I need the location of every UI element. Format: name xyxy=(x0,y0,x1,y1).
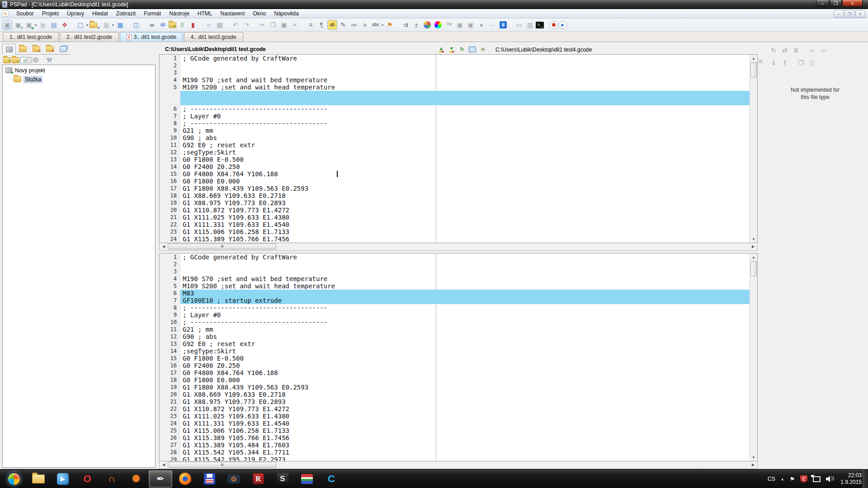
folder-remove-gray-icon[interactable]: ▱ xyxy=(819,46,829,55)
split-lines-icon[interactable]: ± xyxy=(411,20,421,30)
media-player-icon[interactable]: ▶ xyxy=(51,470,75,488)
code-text[interactable]: G1 X115.389 Y105.766 E1.7456 xyxy=(180,434,750,441)
diff-pane-top[interactable]: 1; GCode generated by CraftWare234M190 S… xyxy=(159,54,758,243)
add-folder-icon[interactable]: + xyxy=(3,57,11,63)
code-text[interactable]: G90 ; abs xyxy=(180,134,750,141)
minimize-button[interactable]: – xyxy=(816,0,829,7)
trademark-icon[interactable]: ™ xyxy=(444,20,454,30)
tree-item-folder[interactable]: ···· Složka xyxy=(3,75,155,83)
code-text[interactable]: G0 F2400 Z0.250 xyxy=(180,362,750,369)
redo-icon[interactable]: ↷ xyxy=(241,20,251,30)
code-text[interactable]: G0 F1800 E-0.500 xyxy=(180,156,750,163)
code-text[interactable]: G92 E0 ; reset extr xyxy=(180,340,750,347)
code-text[interactable]: G1 X111.025 Y109.633 E1.4380 xyxy=(180,413,750,420)
code-text[interactable] xyxy=(180,91,750,98)
log-window-icon[interactable]: ▤ xyxy=(49,20,59,30)
show-desktop-button[interactable] xyxy=(863,469,868,488)
pspad-taskbar-icon[interactable]: ✒ xyxy=(149,470,172,488)
code-text[interactable]: ; GCode generated by CraftWare xyxy=(180,253,750,261)
firefox-icon[interactable] xyxy=(173,470,197,488)
document-tab[interactable]: 2.. dil1 test2.gcode xyxy=(60,32,119,42)
merge-gray-icon[interactable]: ⇄ xyxy=(780,46,790,55)
sidebar-tab-project[interactable] xyxy=(2,44,16,55)
refresh-gray-icon[interactable]: ↻ xyxy=(769,46,778,55)
menu-item-nástroje[interactable]: Nástroje xyxy=(165,9,193,18)
code-text[interactable]: G1 X88.669 Y109.633 E0.2718 xyxy=(180,391,750,398)
document-tab[interactable]: 4.. dil1 test3.gcode xyxy=(184,32,243,42)
c-app-icon[interactable]: C xyxy=(320,470,343,488)
prev-difference-icon[interactable]: ▲ xyxy=(437,45,446,53)
help-book-icon[interactable]: ▮ xyxy=(188,20,198,30)
code-text[interactable]: G0 F1800 E0.000 xyxy=(180,178,750,185)
code-text[interactable]: ; ------------------------------------ xyxy=(180,319,750,326)
code-text[interactable]: ;segType:Skirt xyxy=(180,149,750,156)
start-button[interactable] xyxy=(2,470,26,488)
horizontal-scrollbar[interactable]: ◀ ▶ xyxy=(159,461,758,469)
menu-item-úpravy[interactable]: Úpravy xyxy=(63,9,88,18)
project-add-icon[interactable]: ▣+ xyxy=(13,20,23,30)
sidebar-tab-explorer[interactable] xyxy=(29,44,43,55)
close-button[interactable]: × xyxy=(842,0,863,7)
remove-folder-icon[interactable]: − xyxy=(12,57,19,63)
menu-item-formát[interactable]: Formát xyxy=(140,9,165,18)
volume-icon[interactable]: )) xyxy=(826,476,834,482)
code-text[interactable] xyxy=(180,98,750,105)
play-macro-icon[interactable]: ▶ xyxy=(559,21,567,29)
scroll-up-arrow[interactable]: ▲ xyxy=(750,253,757,261)
menu-item-soubor[interactable]: Soubor xyxy=(12,9,38,18)
code-text[interactable]: G0 F4800 X84.764 Y106.188 xyxy=(180,369,750,376)
macro-icon[interactable]: ● xyxy=(476,20,486,30)
code-text[interactable]: G1 X111.331 Y109.633 E1.4540 xyxy=(180,420,750,427)
code-text[interactable]: G1 X111.025 Y109.633 E1.4380 xyxy=(180,214,750,221)
blender-icon[interactable]: ⊙ xyxy=(222,470,245,488)
menu-item-html[interactable]: HTML xyxy=(193,9,217,18)
scrollbar-thumb[interactable] xyxy=(168,462,276,468)
tree-item-project[interactable]: Nový projekt xyxy=(3,66,155,74)
split-view-icon[interactable] xyxy=(468,45,477,53)
code-text[interactable]: G0 F1800 E-0.500 xyxy=(180,355,750,362)
find-icon[interactable]: ∞ xyxy=(147,20,157,30)
scrollbar-thumb[interactable] xyxy=(750,62,757,78)
document-tab[interactable]: I3.. dil1 test.gcode xyxy=(120,32,183,42)
date-stamp-icon[interactable]: ▣ xyxy=(455,20,465,30)
code-text[interactable]: ; Layer #0 xyxy=(180,311,750,319)
format-pen-icon[interactable]: ✎ xyxy=(338,20,348,30)
scroll-left-arrow[interactable]: ◀ xyxy=(160,461,167,468)
project-tree[interactable]: Nový projekt ···· Složka xyxy=(2,65,156,468)
next-difference-icon[interactable]: ▼ xyxy=(447,45,456,53)
scroll-down-arrow[interactable]: ▼ xyxy=(750,454,757,461)
doc-up-gray-icon[interactable]: ⇑ xyxy=(780,58,790,67)
document-tab[interactable]: 1.. dil1 test.gcode xyxy=(3,32,59,42)
diff-pane-bottom[interactable]: 1; GCode generated by CraftWare234M190 S… xyxy=(159,253,758,461)
action-center-flag-icon[interactable]: ⚑ xyxy=(790,476,795,483)
hidden-icons-arrow[interactable]: ▲ xyxy=(781,477,784,481)
mdi-restore-button[interactable]: ❐ xyxy=(844,10,854,18)
line-format-icon[interactable]: ≡ xyxy=(306,20,316,30)
opera-icon[interactable]: O xyxy=(75,470,99,488)
print-icon[interactable]: ▤ xyxy=(215,20,225,30)
info-gray-icon[interactable] xyxy=(33,57,38,63)
code-text[interactable]: G1 F1800 X88.439 Y109.563 E0.2593 xyxy=(180,384,750,391)
code-text[interactable]: G1 F1800 X88.439 Y109.563 E0.2593 xyxy=(180,185,750,192)
code-text[interactable] xyxy=(180,62,750,69)
code-text[interactable]: G1 X111.331 Y109.633 E1.4540 xyxy=(180,221,750,228)
scroll-right-arrow[interactable]: ▶ xyxy=(750,243,757,250)
code-text[interactable] xyxy=(180,69,750,76)
floppy-app-icon[interactable] xyxy=(198,470,221,488)
horizontal-scrollbar[interactable]: ◀ ▶ xyxy=(159,243,758,251)
sidebar-tab-favorites[interactable] xyxy=(43,44,57,55)
time-stamp-icon[interactable]: ▣ xyxy=(466,20,476,30)
scroll-left-arrow[interactable]: ◀ xyxy=(160,243,167,250)
code-text[interactable]: ;segType:Skirt xyxy=(180,347,750,355)
code-text[interactable]: G1 X115.542 Y105.344 E1.7711 xyxy=(180,449,750,456)
menu-item-projekt[interactable]: Projekt xyxy=(38,9,63,18)
number-8-icon[interactable]: 8 xyxy=(500,21,507,28)
more-icon[interactable]: ⋯ xyxy=(487,20,497,30)
vertical-scrollbar[interactable]: ▲ ▼ xyxy=(750,253,757,461)
copy-gray-icon[interactable]: ❐ xyxy=(796,58,806,67)
scrollbar-thumb[interactable] xyxy=(750,261,757,277)
code-window-icon[interactable]: ▥ xyxy=(525,20,535,30)
spell-check-icon[interactable]: abc▾ xyxy=(371,20,381,30)
sidebar-tab-files[interactable] xyxy=(16,44,29,55)
code-text[interactable]: ; ------------------------------------ xyxy=(180,105,750,113)
